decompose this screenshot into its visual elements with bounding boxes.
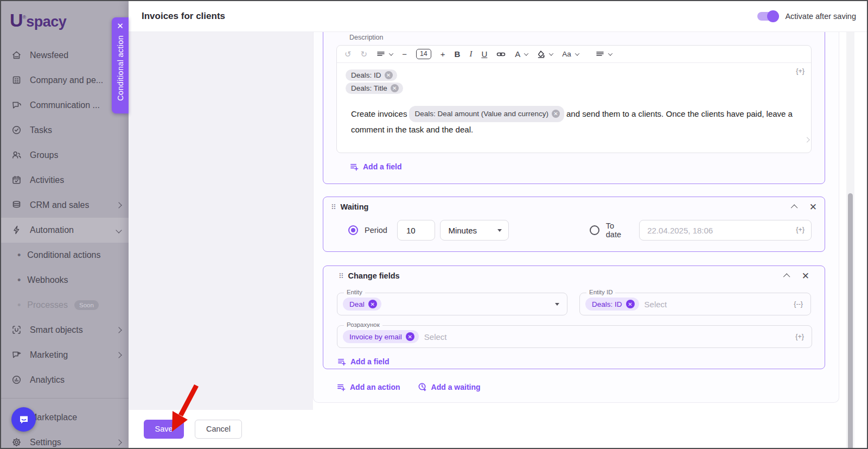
sidebar-item-label: Analytics (30, 375, 65, 385)
sidebar-subitem-label: Webhooks (27, 275, 68, 285)
variable-chip[interactable]: Deals: ID✕ (346, 69, 397, 81)
drag-handle-icon[interactable]: ⠿ (339, 272, 343, 280)
chat-phone-icon (11, 99, 23, 111)
cancel-button[interactable]: Cancel (195, 420, 242, 439)
sidebar-item-marketing[interactable]: Marketing (1, 343, 129, 368)
chip-remove-icon[interactable]: ✕ (385, 71, 393, 79)
align-left-icon (376, 50, 385, 58)
add-action-icon (336, 382, 346, 391)
description-field-label: Description (349, 34, 812, 41)
entity-id-chip[interactable]: Deals: ID✕ (585, 298, 639, 311)
conditional-action-drawer: ✕ Conditional action Invoices for client… (129, 1, 868, 448)
variable-chip[interactable]: Deals: Title✕ (346, 83, 403, 94)
sidebar-item-label: Newsfeed (30, 50, 68, 60)
font-size-value[interactable]: 14 (416, 49, 431, 59)
sidebar-item-automation[interactable]: Automation (1, 218, 129, 243)
soon-badge: Soon (74, 300, 99, 310)
font-size-increase-button[interactable]: + (441, 49, 445, 59)
chip-remove-icon[interactable]: ✕ (368, 300, 377, 308)
entity-chip[interactable]: Deal✕ (343, 298, 381, 311)
sidebar-subitem-webhooks[interactable]: • Webhooks (1, 268, 129, 293)
scrollbar-thumb[interactable] (848, 193, 853, 449)
rich-text-editor[interactable]: ↺ ↻ − 14 + B I U (336, 45, 812, 153)
to-date-radio[interactable] (590, 225, 599, 235)
toggle-knob (767, 10, 779, 22)
sidebar-item-tasks[interactable]: Tasks (1, 118, 129, 143)
editor-paragraph: Create invoicesDeals: Deal amount (Value… (346, 106, 802, 137)
link-button[interactable] (496, 51, 506, 58)
sidebar-item-smart-objects[interactable]: Smart objects (1, 318, 129, 343)
activate-toggle[interactable] (757, 12, 778, 21)
chip-remove-icon[interactable]: ✕ (406, 332, 414, 341)
insert-variable-button[interactable]: {+} (795, 333, 804, 340)
sidebar-item-analytics[interactable]: Analytics (1, 368, 129, 393)
chip-remove-icon[interactable]: ✕ (626, 300, 635, 308)
drag-handle-icon[interactable]: ⠿ (331, 203, 335, 211)
save-button[interactable]: Save (144, 420, 184, 439)
editor-body[interactable]: {+} Deals: ID✕ Deals: Title✕ Create invo… (337, 63, 811, 143)
font-color-button[interactable]: A (515, 49, 528, 59)
chat-bubble-icon (18, 414, 30, 426)
calendar-check-icon (11, 174, 23, 186)
waiting-block: ⠿ Waiting ✕ Period 10 Minutes (323, 197, 825, 252)
chip-remove-icon[interactable]: ✕ (552, 110, 560, 118)
sidebar-item-groups[interactable]: Groups (1, 143, 129, 168)
period-unit-select[interactable]: Minutes (440, 220, 508, 241)
conditional-action-tab[interactable]: ✕ Conditional action (112, 17, 129, 113)
resize-handle[interactable] (804, 137, 809, 142)
sidebar-item-settings[interactable]: Settings (1, 430, 129, 449)
sidebar-subitem-conditional-actions[interactable]: • Conditional actions (1, 243, 129, 268)
sidebar-item-company[interactable]: Company and pe... (1, 68, 129, 93)
page-title: Invoices for clients (142, 11, 225, 22)
collapse-icon[interactable] (790, 204, 797, 211)
add-field-button[interactable]: Add a field (337, 357, 390, 366)
close-icon[interactable]: ✕ (117, 22, 124, 30)
to-date-input[interactable]: 22.04.2025, 18:06 {+} (639, 220, 812, 241)
add-action-button[interactable]: Add an action (336, 382, 400, 391)
close-icon[interactable]: ✕ (802, 271, 809, 281)
add-field-button[interactable]: Add a field (349, 162, 402, 171)
sidebar-item-crm[interactable]: CRM and sales (1, 193, 129, 218)
underline-button[interactable]: U (481, 49, 487, 59)
entity-select[interactable]: Entity Deal✕ (337, 293, 567, 315)
italic-button[interactable]: I (469, 49, 472, 59)
highlight-button[interactable] (537, 50, 553, 58)
insert-variable-button[interactable]: {+} (796, 226, 805, 233)
align-button[interactable] (376, 50, 393, 58)
scrollbar-track[interactable] (846, 32, 854, 448)
undo-button[interactable]: ↺ (344, 49, 352, 59)
variable-chip[interactable]: Deals: Deal amount (Value and currency)✕ (409, 106, 564, 122)
period-value-input[interactable]: 10 (397, 220, 436, 241)
select-placeholder: Select (424, 332, 447, 342)
waiting-block-title: Waiting (341, 203, 369, 211)
close-icon[interactable]: ✕ (809, 203, 817, 212)
chevron-right-icon (116, 352, 122, 358)
task-action-block: Description ↺ ↻ − 14 + B (323, 32, 825, 184)
collapse-icon[interactable] (783, 273, 790, 280)
period-radio[interactable] (348, 225, 358, 235)
chip-remove-icon[interactable]: ✕ (391, 84, 399, 92)
smart-objects-icon (11, 324, 23, 336)
redo-button[interactable]: ↻ (361, 49, 368, 59)
entity-id-select[interactable]: Entity ID Deals: ID✕ Select {--} (579, 293, 811, 315)
calculation-chip[interactable]: Invoice by email✕ (343, 330, 419, 343)
list-icon (596, 50, 604, 58)
uspacy-logo[interactable]: U®spacy (1, 1, 129, 31)
calculation-select[interactable]: Розрахунок Invoice by email✕ Select {+} (337, 325, 812, 348)
sidebar-item-newsfeed[interactable]: Newsfeed (1, 43, 129, 68)
chevron-down-icon (549, 51, 553, 55)
insert-variable-button[interactable]: {--} (794, 300, 803, 308)
logo-text: spacy (26, 14, 66, 30)
sidebar-item-communication[interactable]: Communication ... (1, 93, 129, 118)
sidebar-nav: Newsfeed Company and pe... Communication… (1, 43, 129, 449)
support-chat-button[interactable] (11, 407, 36, 432)
add-waiting-button[interactable]: Add a waiting (418, 382, 481, 391)
list-format-button[interactable] (596, 50, 612, 58)
sidebar-item-activities[interactable]: Activities (1, 168, 129, 193)
text-case-button[interactable]: Aa (562, 50, 579, 58)
bold-button[interactable]: B (455, 49, 461, 59)
logo-registered-mark: ® (23, 15, 27, 20)
insert-variable-button[interactable]: {+} (796, 67, 805, 75)
period-label: Period (365, 226, 387, 235)
font-size-decrease-button[interactable]: − (402, 49, 407, 59)
